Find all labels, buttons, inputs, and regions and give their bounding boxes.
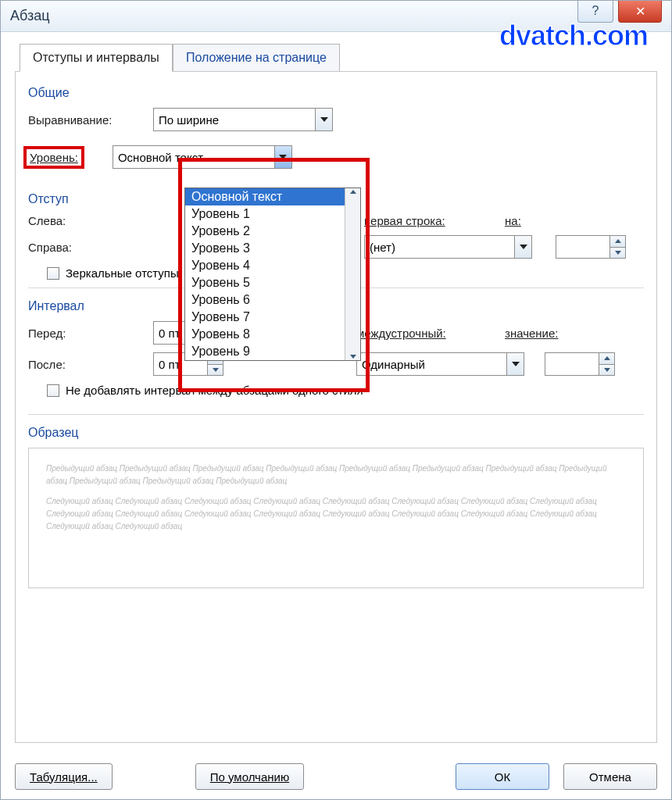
label-left: Слева: [28, 214, 153, 227]
label-by: на: [505, 214, 552, 227]
spin-down-icon[interactable] [599, 364, 614, 376]
label-level: Уровень: [30, 151, 78, 164]
checkbox-mirror[interactable] [47, 267, 59, 280]
label-right: Справа: [28, 241, 153, 254]
combo-firstline-value: (нет) [365, 241, 514, 254]
combo-firstline[interactable]: (нет) [364, 235, 532, 259]
label-linespacing: междустрочный: [356, 327, 505, 340]
label-firstline: первая строка: [364, 214, 505, 227]
combo-linespacing[interactable]: Одинарный [356, 352, 524, 376]
label-value: значение: [505, 327, 559, 340]
spin-value[interactable] [545, 352, 615, 376]
spin-by[interactable] [556, 235, 626, 259]
tab-panel: Общие Выравнивание: По ширине Уровень: О… [15, 71, 657, 743]
tabs-button[interactable]: Табуляция... [15, 763, 113, 790]
checkbox-nospace[interactable] [47, 384, 59, 397]
combo-alignment-value: По ширине [154, 113, 315, 127]
label-after: После: [28, 358, 153, 371]
default-button[interactable]: По умолчанию [195, 763, 304, 790]
paragraph-dialog: Абзац ? ✕ dvatch.com Отступы и интервалы… [0, 0, 672, 800]
highlight-level-label: Уровень: [23, 146, 84, 169]
combo-alignment[interactable]: По ширине [153, 108, 333, 131]
tab-pageposition[interactable]: Положение на странице [173, 44, 340, 72]
spin-up-icon[interactable] [610, 236, 625, 247]
highlight-level-dropdown [178, 158, 370, 392]
spin-down-icon[interactable] [610, 247, 625, 259]
spin-up-icon[interactable] [599, 353, 614, 364]
group-general: Общие [28, 86, 644, 100]
chevron-down-icon[interactable] [315, 109, 332, 130]
chevron-down-icon[interactable] [506, 353, 524, 375]
dialog-title: Абзац [10, 8, 50, 24]
dialog-content: Отступы и интервалы Положение на страниц… [1, 32, 671, 754]
preview-next-text: Следующий абзац Следующий абзац Следующи… [46, 495, 626, 533]
watermark-text: dvatch.com [499, 20, 648, 52]
combo-linespacing-value: Одинарный [357, 358, 506, 371]
tab-indents[interactable]: Отступы и интервалы [20, 44, 173, 72]
preview-prev-text: Предыдущий абзац Предыдущий абзац Предыд… [46, 462, 626, 488]
label-alignment: Выравнивание: [28, 113, 153, 127]
dialog-buttons: Табуляция... По умолчанию ОК Отмена [1, 754, 671, 799]
ok-button[interactable]: ОК [456, 763, 549, 790]
cancel-button[interactable]: Отмена [563, 763, 657, 790]
preview-box: Предыдущий абзац Предыдущий абзац Предыд… [28, 448, 644, 588]
group-preview: Образец [28, 426, 644, 440]
label-mirror: Зеркальные отступы [66, 266, 179, 280]
chevron-down-icon[interactable] [514, 236, 531, 258]
label-before: Перед: [28, 327, 153, 340]
